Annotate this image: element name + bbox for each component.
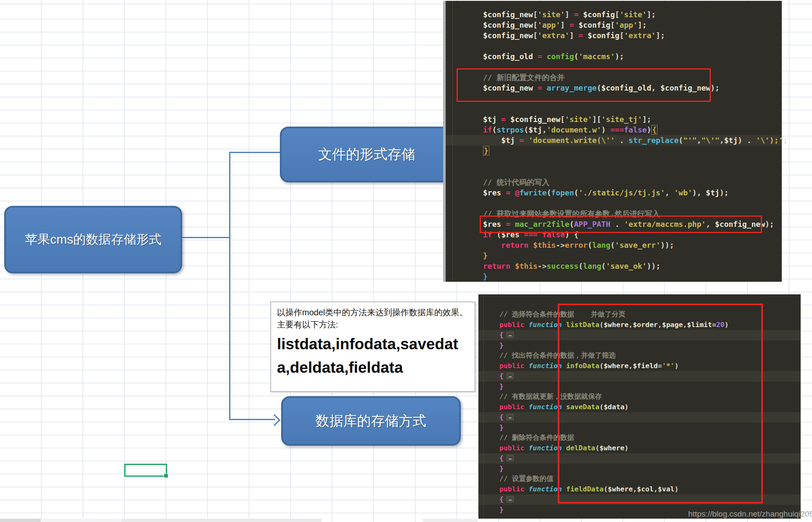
red-highlight-model-methods (558, 304, 763, 504)
code-line: return $this->error(lang('save_err')); (483, 240, 778, 250)
shape-file-storage[interactable]: 文件的形式存储 (280, 127, 454, 182)
shape-file-storage-label: 文件的形式存储 (319, 145, 415, 164)
connector-left-to-junction (179, 237, 230, 238)
code-line: } (483, 145, 778, 156)
connector-to-top-box (229, 152, 280, 153)
code-line: $res = @fwrite(fopen('./static/js/tj.js'… (483, 187, 778, 198)
shape-apple-cms-label: 苹果cms的数据存储形式 (25, 231, 162, 248)
code-line: return $this->success(lang('save_ok')); (483, 261, 778, 271)
code-line: $config_new['site'] = $config['site']; (483, 9, 778, 20)
bottom-strip-fragment (122, 519, 321, 522)
code-line: } (483, 250, 778, 261)
note-textbox[interactable]: 以操作model类中的方法来达到操作数据库的效果。主要有以下方法: listda… (270, 301, 475, 392)
code-line: $tj = 'document.write(\'' . str_replace(… (446, 135, 782, 145)
shape-apple-cms-storage[interactable]: 苹果cms的数据存储形式 (4, 206, 182, 273)
watermark-url: https://blog.csdn.net/zhanghuiqi205 (688, 509, 806, 519)
code-line: $config_old = config('maccms'); (483, 51, 778, 62)
code-line: // 统计代码的写入 (483, 177, 778, 187)
fill-handle[interactable] (164, 473, 168, 478)
note-methods-text: listdata,infodata,savedata,deldata,field… (277, 332, 469, 379)
shape-database-storage-label: 数据库的存储方式 (316, 412, 426, 431)
code-line: $config_new['extra'] = $config['extra']; (483, 30, 778, 41)
red-highlight-array-merge (457, 68, 711, 102)
bottom-strip-fragment (0, 519, 41, 522)
editor-gutter-line (452, 1, 453, 282)
excel-canvas: 苹果cms的数据存储形式 文件的形式存储 数据库的存储方式 以操作model类中… (0, 0, 812, 522)
red-highlight-mac-arr2file (480, 216, 762, 233)
bottom-strip-fragment (423, 519, 478, 522)
code-line (483, 156, 778, 166)
code-line: $config_new['app'] = $config['app']; (483, 20, 778, 30)
code-line: } (483, 271, 778, 282)
editor-gutter-line (483, 294, 484, 519)
code-line: $tj = $config_new['site']['site_tj']; (483, 114, 778, 125)
active-cell[interactable] (124, 464, 167, 477)
code-line (483, 166, 778, 177)
note-intro-text: 以操作model类中的方法来达到操作数据库的效果。主要有以下方法: (277, 306, 469, 331)
bottom-strip-fragment (41, 519, 122, 522)
code-line (483, 41, 778, 51)
connector-vertical (229, 152, 230, 420)
code-screenshot-config-save[interactable]: $config_new['site'] = $config['site'];$c… (443, 1, 782, 282)
code-line (483, 104, 778, 114)
shape-database-storage[interactable]: 数据库的存储方式 (281, 396, 461, 446)
code-line (483, 198, 778, 208)
code-line: if(strpos($tj,'document.w') ===false){ (483, 125, 778, 135)
